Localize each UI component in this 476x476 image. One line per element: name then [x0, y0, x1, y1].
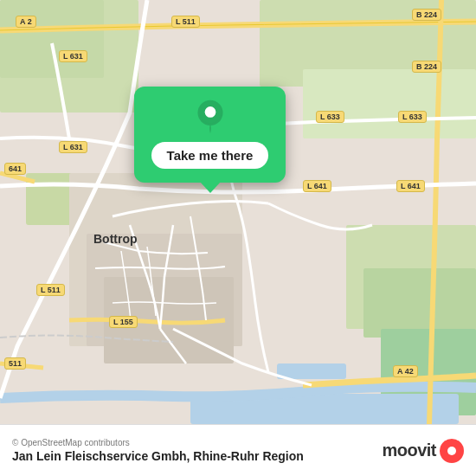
road-label-l641-mid: L 641	[303, 180, 331, 192]
take-me-there-button[interactable]: Take me there	[151, 142, 269, 169]
road-label-l633-top: L 633	[316, 111, 344, 123]
road-label-b224-right: B 224	[412, 61, 441, 73]
road-label-l631-top: L 631	[59, 50, 87, 62]
map-pin-icon	[193, 99, 228, 133]
road-label-l631-mid: L 631	[59, 141, 87, 153]
road-label-a42: A 42	[393, 365, 418, 377]
moovit-logo: moovit	[382, 439, 464, 463]
popup-card: Take me there	[134, 87, 286, 183]
moovit-dot-inner	[447, 447, 456, 455]
attribution-text: © OpenStreetMap contributors	[12, 438, 304, 447]
moovit-text: moovit	[382, 441, 436, 460]
svg-rect-7	[363, 268, 476, 338]
svg-rect-4	[303, 69, 476, 138]
road-label-a2: A 2	[16, 16, 36, 28]
bottom-bar: © OpenStreetMap contributors Jan Lein Fl…	[0, 424, 476, 476]
svg-rect-2	[0, 0, 104, 78]
bottom-info: © OpenStreetMap contributors Jan Lein Fl…	[12, 438, 304, 463]
svg-point-16	[204, 106, 215, 118]
road-label-641-left: 641	[4, 163, 26, 175]
road-label-511-left: 511	[4, 357, 26, 370]
road-label-b224-top: B 224	[412, 9, 441, 21]
road-label-l511-bottom: L 511	[36, 284, 65, 296]
moovit-dot-icon	[440, 439, 464, 463]
road-label-l511-top: L 511	[171, 16, 200, 28]
location-name: Jan Lein Fleischservice Gmbh, Rhine-Ruhr…	[12, 449, 304, 463]
bottrop-city-label: Bottrop	[93, 232, 138, 246]
map-container: A 2 L 511 B 224 B 224 L 631 L 633 L 633 …	[0, 0, 476, 424]
road-label-l633-right: L 633	[398, 111, 427, 123]
svg-rect-12	[277, 363, 346, 379]
road-label-l641-right: L 641	[396, 180, 425, 192]
road-label-l155: L 155	[109, 316, 138, 328]
